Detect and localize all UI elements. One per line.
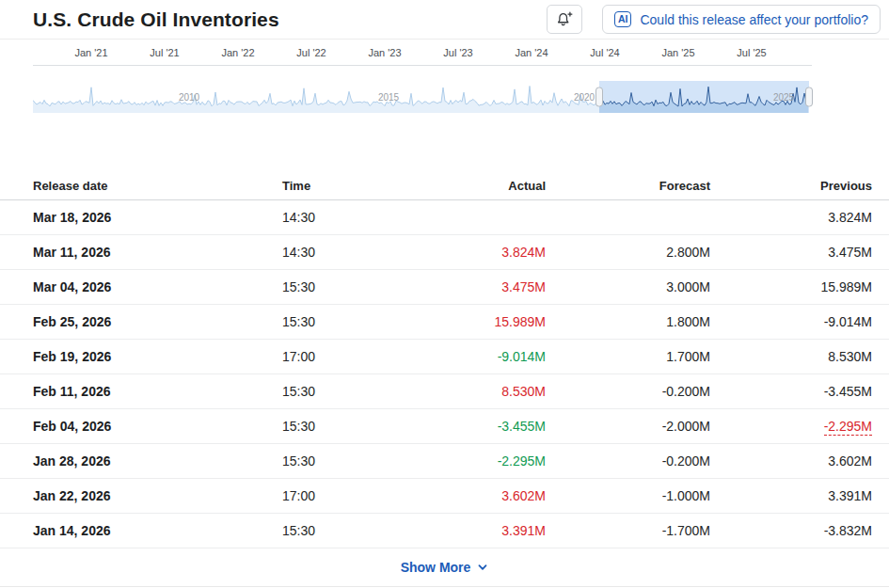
- forecast-cell: -1.000M: [546, 488, 710, 503]
- release-date-cell: Feb 04, 2026: [33, 419, 282, 434]
- actual-value: -2.295M: [498, 453, 546, 469]
- axis-label: Jan '22: [221, 47, 254, 58]
- forecast-cell: 1.800M: [546, 314, 710, 329]
- previous-cell: 15.989M: [710, 279, 872, 294]
- release-date-cell: Jan 22, 2026: [33, 488, 282, 503]
- navigator-sparkline[interactable]: 2010201520202025: [33, 81, 814, 113]
- axis-label: Jan '21: [74, 47, 107, 58]
- show-more-label: Show More: [401, 560, 471, 575]
- page-title: U.S. Crude Oil Inventories: [33, 8, 279, 31]
- actual-cell: 3.602M: [400, 488, 546, 503]
- table-row[interactable]: Feb 04, 202615:30-3.455M-2.000M-2.295M: [0, 409, 889, 444]
- previous-cell: 8.530M: [710, 349, 872, 364]
- actual-cell: 3.391M: [400, 523, 546, 538]
- previous-cell: -2.295M: [710, 419, 872, 434]
- navigator-year-label: 2025: [773, 92, 795, 103]
- time-cell: 15:30: [282, 384, 400, 399]
- axis-label: Jul '21: [150, 47, 179, 58]
- bell-plus-icon: [555, 10, 573, 28]
- actual-cell: -2.295M: [400, 453, 546, 469]
- navigator-year-label: 2015: [378, 92, 400, 103]
- chart-axis-labels: Jan '21Jul '21Jan '22Jul '22Jan '23Jul '…: [33, 40, 812, 66]
- previous-value: -3.832M: [824, 523, 872, 538]
- previous-value: 8.530M: [828, 349, 872, 364]
- actual-value: -3.455M: [498, 419, 546, 434]
- table-body: Mar 18, 202614:303.824MMar 11, 202614:30…: [0, 200, 889, 548]
- previous-value: 3.824M: [828, 210, 872, 225]
- time-cell: 15:30: [282, 419, 400, 434]
- forecast-cell: -0.200M: [546, 384, 710, 399]
- previous-cell: 3.602M: [710, 453, 872, 469]
- time-cell: 15:30: [282, 279, 400, 294]
- brush-handle[interactable]: [596, 87, 603, 106]
- previous-value: 3.602M: [828, 453, 872, 469]
- actual-cell: 3.475M: [400, 279, 546, 294]
- previous-value: -3.455M: [824, 384, 872, 399]
- previous-cell: 3.391M: [710, 488, 872, 503]
- previous-value: -9.014M: [824, 314, 872, 329]
- table-header-row: Release dateTimeActualForecastPrevious: [0, 171, 889, 200]
- ai-portfolio-button[interactable]: AI Could this release affect your portfo…: [602, 5, 881, 34]
- actual-value: -9.014M: [498, 349, 546, 364]
- previous-cell: -3.832M: [710, 523, 872, 538]
- table-row[interactable]: Feb 11, 202615:308.530M-0.200M-3.455M: [0, 374, 889, 409]
- previous-cell: 3.824M: [710, 210, 872, 225]
- previous-cell: -3.455M: [710, 384, 872, 399]
- axis-label: Jul '25: [737, 47, 766, 58]
- chart-range-navigator[interactable]: 2010201520202025: [33, 81, 814, 113]
- navigator-year-label: 2010: [179, 92, 200, 103]
- crude-oil-inventories-page: U.S. Crude Oil Inventories AI Could this…: [0, 0, 889, 588]
- table-row[interactable]: Jan 14, 202615:303.391M-1.700M-3.832M: [0, 514, 889, 548]
- chevron-down-icon: [477, 562, 488, 573]
- column-header-time: Time: [282, 179, 400, 193]
- column-header-forecast: Forecast: [546, 179, 710, 193]
- time-cell: 15:30: [282, 453, 400, 469]
- axis-label: Jan '25: [661, 47, 694, 58]
- release-date-cell: Feb 25, 2026: [33, 314, 282, 329]
- actual-value: 8.530M: [501, 384, 546, 399]
- show-more-button[interactable]: Show More: [395, 559, 495, 576]
- table-row[interactable]: Mar 18, 202614:303.824M: [0, 200, 889, 235]
- time-cell: 14:30: [282, 210, 400, 225]
- table-row[interactable]: Jan 22, 202617:003.602M-1.000M3.391M: [0, 479, 889, 514]
- create-alert-button[interactable]: [547, 5, 582, 34]
- previous-value: 3.391M: [828, 488, 872, 503]
- actual-cell: 8.530M: [400, 384, 546, 399]
- actual-cell: 15.989M: [400, 314, 546, 329]
- axis-label: Jan '23: [368, 47, 401, 58]
- release-date-cell: Jan 28, 2026: [33, 453, 282, 469]
- actual-cell: -9.014M: [400, 349, 546, 364]
- forecast-cell: 3.000M: [546, 279, 710, 294]
- column-header-actual: Actual: [400, 179, 546, 193]
- forecast-cell: -1.700M: [546, 523, 710, 538]
- page-header: U.S. Crude Oil Inventories AI Could this…: [0, 0, 889, 40]
- table-row[interactable]: Mar 11, 202614:303.824M2.800M3.475M: [0, 235, 889, 270]
- actual-value: 3.475M: [501, 279, 546, 294]
- release-date-cell: Feb 19, 2026: [33, 349, 282, 364]
- previous-value: 3.475M: [828, 245, 872, 260]
- previous-cell: 3.475M: [710, 245, 872, 260]
- table-row[interactable]: Jan 28, 202615:30-2.295M-0.200M3.602M: [0, 444, 889, 479]
- ai-badge-icon: AI: [614, 11, 632, 26]
- forecast-cell: 2.800M: [546, 245, 710, 260]
- time-cell: 17:00: [282, 488, 400, 503]
- axis-label: Jan '24: [515, 47, 548, 58]
- releases-table: Release dateTimeActualForecastPrevious M…: [0, 171, 889, 548]
- actual-cell: 3.824M: [400, 245, 546, 260]
- ai-button-label: Could this release affect your portfolio…: [640, 12, 868, 27]
- table-row[interactable]: Feb 19, 202617:00-9.014M1.700M8.530M: [0, 340, 889, 374]
- release-date-cell: Mar 04, 2026: [33, 279, 282, 294]
- release-date-cell: Feb 11, 2026: [33, 384, 282, 399]
- release-date-cell: Mar 18, 2026: [33, 210, 282, 225]
- previous-value: -2.295M: [824, 419, 872, 436]
- release-date-cell: Mar 11, 2026: [33, 245, 282, 260]
- brush-handle[interactable]: [806, 87, 813, 106]
- table-row[interactable]: Mar 04, 202615:303.475M3.000M15.989M: [0, 270, 889, 305]
- time-cell: 17:00: [282, 349, 400, 364]
- release-date-cell: Jan 14, 2026: [33, 523, 282, 538]
- time-cell: 15:30: [282, 523, 400, 538]
- actual-value: 3.602M: [501, 488, 546, 503]
- actual-cell: -3.455M: [400, 419, 546, 434]
- navigator-year-label: 2020: [574, 92, 595, 103]
- table-row[interactable]: Feb 25, 202615:3015.989M1.800M-9.014M: [0, 305, 889, 340]
